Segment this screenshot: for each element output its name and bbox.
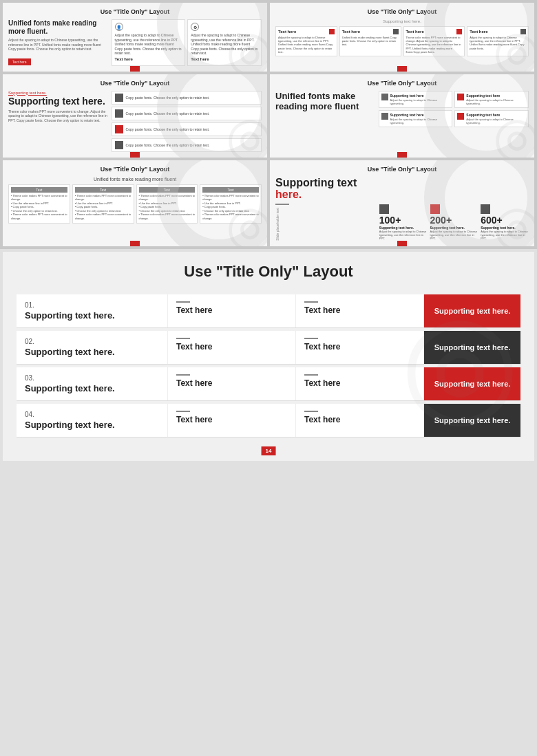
slide-1-bar bbox=[130, 66, 140, 72]
table-section: 01. Supporting text here. Text here Text… bbox=[17, 294, 520, 438]
col-header-1: Text bbox=[11, 187, 67, 193]
list-text-1: Copy paste fonts. Choose the only option… bbox=[126, 96, 210, 100]
row-2-mid: Text here Text here bbox=[168, 331, 424, 364]
row-2-right-text: Supporting text here. bbox=[434, 343, 511, 352]
slide-5: Use "Title Only" Layout Unified fonts ma… bbox=[3, 160, 267, 246]
col-bullet-1: • Theme color makes PPT more convenient … bbox=[11, 194, 67, 221]
stat-block-2: 200+ Supporting text here. Adjust the sp… bbox=[430, 204, 478, 241]
support-card-3-title: Supporting text here bbox=[390, 113, 450, 117]
slide-5-col-1: Text • Theme color makes PPT more conven… bbox=[8, 184, 70, 224]
row-2-left: 02. Supporting text here. bbox=[17, 331, 168, 364]
row-4-col1: Text here bbox=[168, 404, 296, 437]
slide-6-line bbox=[275, 204, 289, 205]
support-icon-1 bbox=[381, 94, 388, 100]
row-1-col1: Text here bbox=[168, 294, 296, 327]
row-1-num: 01. bbox=[25, 301, 159, 309]
col-bullet-2: • Theme color makes PPT more convenient … bbox=[75, 194, 131, 221]
stat-text-2: Adjust the spacing to adapt to Chinese t… bbox=[430, 230, 478, 241]
support-card-3-text: Adjust the spacing to adapt to Chinese t… bbox=[390, 118, 450, 125]
table-row-2: 02. Supporting text here. Text here Text… bbox=[17, 331, 520, 365]
list-icon-3 bbox=[115, 125, 123, 133]
row-4-left: 04. Supporting text here. bbox=[17, 404, 168, 437]
slide-1-card-2: ⚙ Adjust the spacing to adapt to Chinese… bbox=[187, 19, 262, 66]
row-1-right-text: Supporting text here. bbox=[434, 307, 511, 315]
row-1-col2: Text here bbox=[296, 294, 424, 327]
row-4-col2-text: Text here bbox=[304, 415, 415, 424]
support-card-1-text: Adjust the spacing to adapt to Chinese t… bbox=[390, 98, 450, 105]
table-row-4: 04. Supporting text here. Text here Text… bbox=[17, 404, 520, 438]
row-3-mid: Text here Text here bbox=[168, 367, 424, 400]
bottom-slide: ◎ Use "Title Only" Layout 01. Supporting… bbox=[3, 252, 534, 461]
support-card-2-text: Adjust the spacing to adapt to Chinese t… bbox=[466, 98, 526, 105]
row-3-col2-text: Text here bbox=[304, 378, 415, 388]
col-bullet-4: • Theme color makes PPT more convenient … bbox=[202, 194, 259, 221]
support-card-2-title: Supporting text here bbox=[466, 94, 526, 98]
row-3-right-cell: Supporting text here. bbox=[424, 367, 520, 400]
row-4-col1-text: Text here bbox=[176, 415, 287, 424]
user-icon: 👤 bbox=[115, 23, 123, 31]
slide-4: Use "Title Only" Layout Unified fonts ma… bbox=[270, 74, 534, 158]
support-card-4-title: Supporting text here bbox=[466, 113, 526, 117]
col-bullet-3: • Theme color makes PPT more convenient … bbox=[139, 194, 196, 221]
row-1-col1-text: Text here bbox=[176, 305, 287, 315]
support-icon-2 bbox=[457, 94, 464, 100]
slide-1-card-1: 👤 Adjust the spacing to adapt to Chinese… bbox=[112, 19, 186, 66]
stat-text-3: Adjust the spacing to adapt to Chinese t… bbox=[481, 230, 529, 241]
row-4-support: Supporting text here. bbox=[25, 420, 159, 430]
row-2-line-1 bbox=[176, 338, 190, 339]
slide-1-big-title: Unified fonts make reading more fluent. bbox=[8, 19, 109, 36]
table-row-3: 03. Supporting text here. Text here Text… bbox=[17, 367, 520, 401]
list-item-1: Copy paste fonts. Choose the only option… bbox=[112, 91, 262, 105]
slide-1-btn[interactable]: Text here bbox=[8, 58, 31, 65]
slide-1: Use "Title Only" Layout Unified fonts ma… bbox=[3, 3, 267, 72]
col-header-3: Text bbox=[139, 187, 196, 193]
card-2-label: Text here bbox=[191, 57, 258, 61]
slide-3-title: Use "Title Only" Layout bbox=[8, 80, 262, 87]
stat-icon-1 bbox=[379, 204, 389, 214]
slide-2-title: Use "Title Only" Layout bbox=[275, 8, 529, 15]
row-2-right: Supporting text here. bbox=[424, 331, 520, 364]
slide-6-title: Use "Title Only" Layout bbox=[275, 166, 529, 173]
stat-number-1: 100+ bbox=[379, 215, 428, 225]
row-3-line-1 bbox=[176, 374, 190, 376]
stat-number-3: 600+ bbox=[481, 215, 529, 225]
card-1-label: Text here bbox=[115, 57, 182, 61]
row-2-col1-text: Text here bbox=[176, 342, 287, 352]
row-4-num: 04. bbox=[25, 411, 159, 418]
slide-3-big: Supporting text here. bbox=[8, 96, 109, 107]
list-text-4: Copy paste fonts. Choose the only option… bbox=[126, 143, 210, 147]
support-card-4-text: Adjust the spacing to adapt to Chinese t… bbox=[466, 118, 526, 125]
row-1-line-1 bbox=[176, 301, 190, 303]
col-header-4: Text bbox=[202, 187, 259, 193]
support-card-4: Supporting text here Adjust the spacing … bbox=[454, 110, 529, 127]
slide-3: Use "Title Only" Layout Supporting text … bbox=[3, 74, 267, 158]
slide-5-subtitle: Unified fonts make reading more fluent bbox=[8, 177, 262, 182]
row-3-col2: Text here bbox=[296, 367, 424, 400]
slide-6: Use "Title Only" Layout Supporting text … bbox=[270, 160, 534, 246]
row-3-right-text: Supporting text here. bbox=[434, 380, 511, 388]
slide-1-small-text: Adjust the spacing to adapt to Chinese t… bbox=[8, 38, 109, 52]
list-text-3: Copy paste fonts. Choose the only option… bbox=[126, 127, 210, 131]
slide-4-title: Use "Title Only" Layout bbox=[275, 80, 529, 87]
row-3-col1-text: Text here bbox=[176, 378, 287, 388]
slide-6-support-big: Supporting text bbox=[275, 177, 375, 189]
row-1-col2-text: Text here bbox=[304, 305, 415, 315]
support-card-1: Supporting text here Adjust the spacing … bbox=[379, 91, 453, 108]
row-3-left: 03. Supporting text here. bbox=[17, 367, 168, 400]
row-4-right-cell: Supporting text here. bbox=[424, 404, 520, 437]
slide-5-col-4: Text • Theme color makes PPT more conven… bbox=[200, 184, 262, 224]
list-item-4: Copy paste fonts. Choose the only option… bbox=[112, 138, 262, 152]
stat-block-3: 600+ Supporting text here. Adjust the sp… bbox=[481, 204, 529, 241]
row-4-line-1 bbox=[176, 411, 190, 412]
row-3-right: Supporting text here. bbox=[424, 367, 520, 400]
list-item-2: Copy paste fonts. Choose the only option… bbox=[112, 107, 262, 120]
slide-3-bar bbox=[130, 152, 140, 158]
row-2-line-2 bbox=[304, 338, 318, 339]
row-1-mid: Text here Text here bbox=[168, 294, 424, 327]
row-2-col2: Text here bbox=[296, 331, 424, 364]
support-icon-4 bbox=[457, 113, 464, 120]
slide-4-bar bbox=[397, 152, 407, 158]
settings-icon: ⚙ bbox=[191, 23, 199, 31]
slides-grid: Use "Title Only" Layout Unified fonts ma… bbox=[0, 0, 537, 249]
row-1-line-2 bbox=[304, 301, 318, 303]
